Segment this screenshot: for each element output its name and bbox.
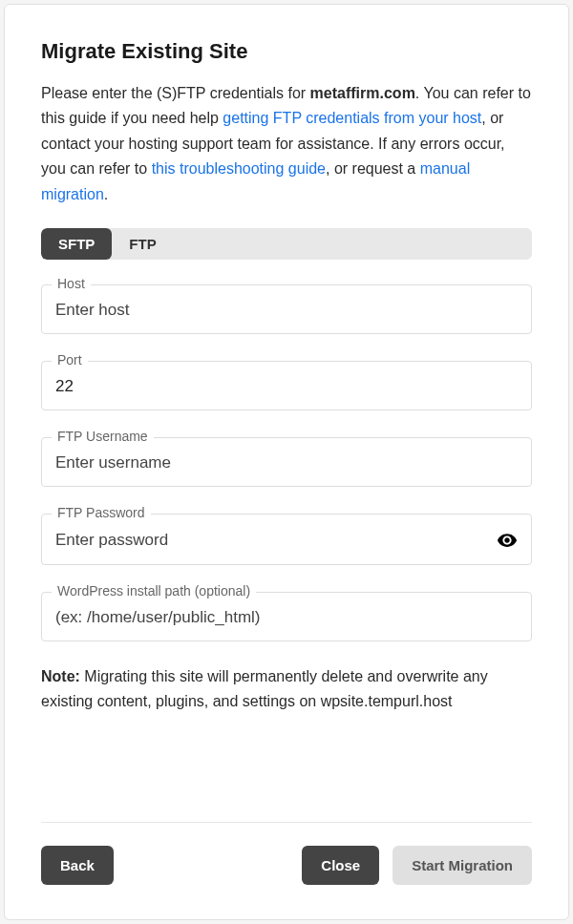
host-field-wrapper: Host [41, 284, 532, 334]
back-button[interactable]: Back [41, 846, 114, 885]
protocol-tabs: SFTP FTP [41, 228, 532, 260]
intro-tail: . [104, 186, 108, 202]
link-ftp-guide[interactable]: getting FTP credentials from your host [223, 110, 481, 126]
host-label: Host [52, 276, 91, 291]
spacer [41, 713, 532, 803]
dialog-title: Migrate Existing Site [41, 39, 532, 64]
username-label: FTP Username [52, 429, 154, 444]
intro-text: Please enter the (S)FTP credentials for … [41, 81, 532, 207]
eye-icon[interactable] [497, 530, 518, 551]
dialog-footer: Back Close Start Migration [41, 846, 532, 885]
note-label: Note: [41, 668, 80, 684]
link-troubleshooting[interactable]: this troubleshooting guide [152, 160, 326, 177]
note-body: Migrating this site will permanently del… [41, 668, 488, 709]
username-input[interactable] [55, 453, 518, 472]
start-migration-button[interactable]: Start Migration [393, 846, 532, 885]
note-text: Note: Migrating this site will permanent… [41, 664, 532, 713]
username-field-wrapper: FTP Username [41, 437, 532, 487]
close-button[interactable]: Close [302, 846, 379, 885]
port-input[interactable] [55, 377, 518, 396]
password-label: FTP Password [52, 505, 151, 520]
footer-divider [41, 822, 532, 823]
path-field-wrapper: WordPress install path (optional) [41, 592, 532, 641]
form-fields: Host Port FTP Username FTP Password Word… [41, 284, 532, 641]
tab-sftp[interactable]: SFTP [41, 228, 112, 260]
migrate-site-dialog: Migrate Existing Site Please enter the (… [4, 4, 569, 920]
footer-right: Close Start Migration [302, 846, 532, 885]
password-input[interactable] [55, 531, 489, 550]
password-field-wrapper: FTP Password [41, 514, 532, 565]
path-label: WordPress install path (optional) [52, 583, 256, 598]
host-input[interactable] [55, 301, 518, 320]
intro-mid2: , or request a [326, 160, 420, 177]
path-input[interactable] [55, 608, 518, 627]
intro-domain: metaffirm.com [310, 85, 415, 101]
port-label: Port [52, 352, 88, 368]
tab-ftp[interactable]: FTP [112, 228, 173, 260]
port-field-wrapper: Port [41, 361, 532, 410]
intro-pre: Please enter the (S)FTP credentials for [41, 85, 310, 101]
